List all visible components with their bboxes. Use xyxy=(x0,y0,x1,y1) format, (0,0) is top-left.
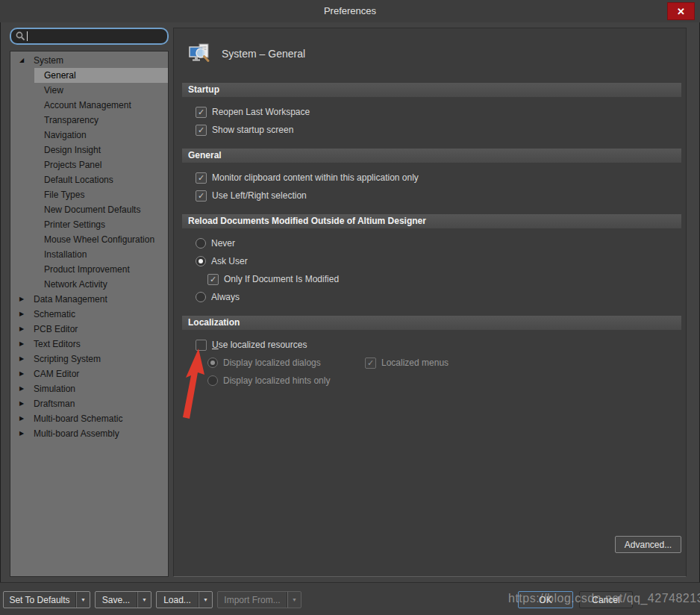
setting-row-localized-menus: ✓Localized menus xyxy=(365,354,449,372)
load-dropdown-arrow-icon[interactable]: ▼ xyxy=(199,592,212,608)
use-left-right-selection-checkbox[interactable]: ✓ xyxy=(196,190,207,202)
setting-row-use-localized-resources: Use localized resources xyxy=(182,336,681,354)
always-radio[interactable] xyxy=(196,292,206,302)
sidebar-item-printer-settings[interactable]: Printer Settings xyxy=(10,217,168,232)
sidebar-item-new-document-defaults[interactable]: New Document Defaults xyxy=(10,202,168,217)
cancel-button[interactable]: Cancel xyxy=(579,591,633,608)
system-general-icon xyxy=(189,43,211,65)
expand-triangle-icon[interactable]: ▶ xyxy=(16,337,27,352)
sidebar-item-label: Navigation xyxy=(34,128,168,143)
sidebar-item-system[interactable]: ◢System xyxy=(10,53,168,68)
use-localized-resources-label[interactable]: Use localized resources xyxy=(212,340,307,350)
section-localization: LocalizationUse localized resourcesDispl… xyxy=(182,316,681,390)
expand-triangle-icon[interactable]: ▶ xyxy=(16,381,27,396)
sidebar-item-cam-editor[interactable]: ▶CAM Editor xyxy=(10,366,168,381)
sidebar-item-label: PCB Editor xyxy=(27,322,168,337)
sidebar-item-simulation[interactable]: ▶Simulation xyxy=(10,381,168,396)
section-header-localization: Localization xyxy=(182,316,681,330)
setting-row-only-if-document-is-modified: ✓Only If Document Is Modified xyxy=(182,270,681,288)
sidebar-item-general[interactable]: General xyxy=(10,68,168,83)
sidebar-item-draftsman[interactable]: ▶Draftsman xyxy=(10,396,168,411)
save-button[interactable]: Save...▼ xyxy=(95,591,151,608)
page-title: System – General xyxy=(222,48,305,60)
expand-triangle-icon[interactable]: ▶ xyxy=(16,396,27,411)
sidebar-item-network-activity[interactable]: Network Activity xyxy=(10,277,168,292)
close-button[interactable]: ✕ xyxy=(667,2,695,20)
section-header-general: General xyxy=(182,149,681,163)
setting-row-show-startup-screen: ✓Show startup screen xyxy=(182,121,681,139)
localized-menus-label: Localized menus xyxy=(381,358,449,368)
sidebar-item-projects-panel[interactable]: Projects Panel xyxy=(10,157,168,172)
monitor-clipboard-content-within-this-application-only-checkbox[interactable]: ✓ xyxy=(196,172,207,184)
sidebar-item-label: Account Management xyxy=(34,98,168,113)
sidebar-item-label: New Document Defaults xyxy=(34,202,168,217)
sidebar-item-schematic[interactable]: ▶Schematic xyxy=(10,307,168,322)
save-dropdown-arrow-icon[interactable]: ▼ xyxy=(138,592,151,608)
sidebar-item-label: Text Editors xyxy=(27,337,168,352)
advanced-button[interactable]: Advanced... xyxy=(615,536,681,553)
expand-triangle-icon[interactable]: ▶ xyxy=(16,322,27,337)
import-from-button: Import From...▼ xyxy=(217,591,301,608)
set-to-defaults-dropdown-arrow-icon[interactable]: ▼ xyxy=(77,592,90,608)
never-label[interactable]: Never xyxy=(211,238,235,249)
sidebar-item-text-editors[interactable]: ▶Text Editors xyxy=(10,337,168,352)
sidebar-item-navigation[interactable]: Navigation xyxy=(10,128,168,143)
display-localized-dialogs-label: Display localized dialogs xyxy=(223,358,321,368)
sidebar-item-installation[interactable]: Installation xyxy=(10,247,168,262)
sidebar-item-file-types[interactable]: File Types xyxy=(10,187,168,202)
expand-triangle-icon[interactable]: ▶ xyxy=(16,426,27,441)
sidebar-item-label: Scripting System xyxy=(27,352,168,366)
sidebar-item-label: Default Locations xyxy=(34,172,168,187)
sidebar-item-label: File Types xyxy=(34,187,168,202)
expand-triangle-icon[interactable]: ▶ xyxy=(16,352,27,366)
load-button[interactable]: Load...▼ xyxy=(156,591,213,608)
section-reload-documents-modified-outside-of-altium-designer: Reload Documents Modified Outside of Alt… xyxy=(182,214,681,306)
never-radio[interactable] xyxy=(196,238,206,249)
monitor-clipboard-content-within-this-application-only-label[interactable]: Monitor clipboard content within this ap… xyxy=(212,172,419,183)
sidebar-item-multi-board-schematic[interactable]: ▶Multi-board Schematic xyxy=(10,411,168,426)
expand-triangle-icon[interactable]: ▶ xyxy=(16,307,27,322)
sidebar-item-label: Transparency xyxy=(34,113,168,128)
ask-user-label[interactable]: Ask User xyxy=(211,256,248,266)
expand-triangle-icon[interactable]: ▶ xyxy=(16,292,27,307)
always-label[interactable]: Always xyxy=(211,292,240,302)
set-to-defaults-label: Set To Defaults xyxy=(4,592,75,608)
main-panel: System – General Startup✓Reopen Last Wor… xyxy=(173,28,687,577)
expand-triangle-icon[interactable]: ▶ xyxy=(16,411,27,426)
expand-triangle-icon[interactable]: ▶ xyxy=(16,366,27,381)
load-label: Load... xyxy=(157,592,198,608)
show-startup-screen-label[interactable]: Show startup screen xyxy=(212,125,293,135)
only-if-document-is-modified-label[interactable]: Only If Document Is Modified xyxy=(224,274,339,284)
sidebar-item-data-management[interactable]: ▶Data Management xyxy=(10,292,168,307)
use-left-right-selection-label[interactable]: Use Left/Right selection xyxy=(212,190,307,201)
sidebar-item-label: Data Management xyxy=(27,292,168,307)
sidebar-item-label: System xyxy=(27,53,168,68)
sidebar-item-pcb-editor[interactable]: ▶PCB Editor xyxy=(10,322,168,337)
set-to-defaults-button[interactable]: Set To Defaults▼ xyxy=(3,591,90,608)
reopen-last-workspace-checkbox[interactable]: ✓ xyxy=(196,107,207,118)
sidebar-item-product-improvement[interactable]: Product Improvement xyxy=(10,262,168,277)
preferences-dialog: { "window": { "title": "Preferences", "c… xyxy=(0,0,700,615)
search-box[interactable] xyxy=(10,28,169,45)
sidebar-item-scripting-system[interactable]: ▶Scripting System xyxy=(10,352,168,366)
sidebar-item-label: Design Insight xyxy=(34,143,168,157)
show-startup-screen-checkbox[interactable]: ✓ xyxy=(196,125,207,136)
save-label: Save... xyxy=(96,592,137,608)
close-icon: ✕ xyxy=(677,6,685,17)
sidebar-item-mouse-wheel-configuration[interactable]: Mouse Wheel Configuration xyxy=(10,232,168,247)
section-general: General✓Monitor clipboard content within… xyxy=(182,149,681,205)
search-input[interactable] xyxy=(29,31,163,42)
sidebar-item-multi-board-assembly[interactable]: ▶Multi-board Assembly xyxy=(10,426,168,441)
sidebar-item-design-insight[interactable]: Design Insight xyxy=(10,143,168,157)
sidebar-item-label: General xyxy=(34,68,168,83)
sidebar-item-transparency[interactable]: Transparency xyxy=(10,113,168,128)
ask-user-radio[interactable] xyxy=(196,256,206,266)
ok-button[interactable]: OK xyxy=(518,591,573,608)
sidebar-item-default-locations[interactable]: Default Locations xyxy=(10,172,168,187)
only-if-document-is-modified-checkbox[interactable]: ✓ xyxy=(207,274,219,285)
sidebar-item-account-management[interactable]: Account Management xyxy=(10,98,168,113)
sidebar-item-view[interactable]: View xyxy=(10,83,168,98)
sidebar-item-label: Network Activity xyxy=(34,277,168,292)
collapse-triangle-icon[interactable]: ◢ xyxy=(16,53,27,68)
reopen-last-workspace-label[interactable]: Reopen Last Workspace xyxy=(212,107,310,117)
